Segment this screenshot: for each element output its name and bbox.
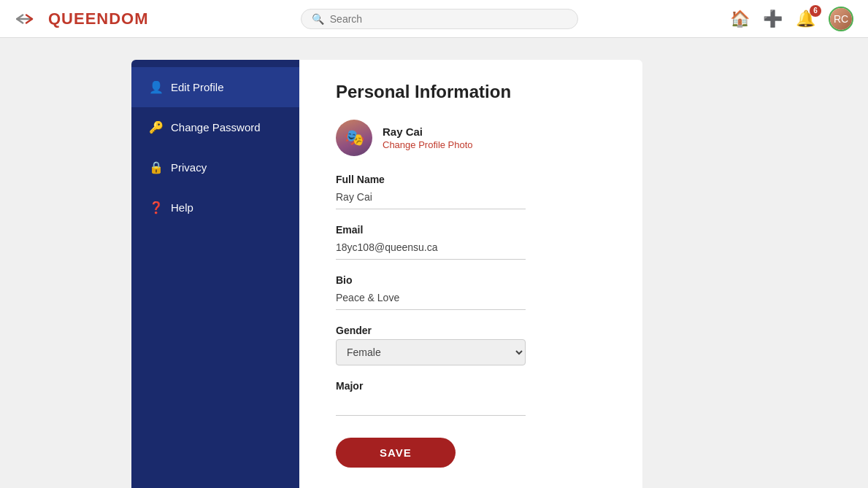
email-value: 18yc108@queensu.ca	[336, 239, 526, 260]
add-icon[interactable]: ➕	[763, 9, 783, 28]
sidebar-item-privacy[interactable]: 🔒 Privacy	[131, 147, 299, 187]
help-icon: ❓	[149, 201, 164, 214]
notification-icon[interactable]: 🔔 6	[796, 9, 815, 28]
search-wrapper: 🔍	[301, 9, 578, 29]
sidebar-item-label-help: Help	[171, 201, 193, 214]
home-icon[interactable]: 🏠	[730, 9, 750, 28]
sidebar-item-label-change-password: Change Password	[171, 121, 261, 133]
profile-picture: 🎭	[336, 120, 372, 156]
edit-panel: Personal Information 🎭 Ray Cai Change Pr…	[299, 60, 642, 488]
profile-name-group: Ray Cai Change Profile Photo	[383, 125, 473, 151]
gender-label: Gender	[336, 325, 613, 336]
brand-logo[interactable]: QUEENDOM	[15, 9, 149, 29]
major-input[interactable]	[336, 395, 526, 416]
navbar-icons: 🏠 ➕ 🔔 6 RC	[730, 7, 853, 31]
sidebar-item-help[interactable]: ❓ Help	[131, 187, 299, 228]
profile-row: 🎭 Ray Cai Change Profile Photo	[336, 120, 613, 156]
avatar-initials: RC	[830, 8, 852, 30]
email-group: Email 18yc108@queensu.ca	[336, 224, 613, 260]
full-name-group: Full Name Ray Cai	[336, 174, 613, 209]
major-group: Major	[336, 380, 613, 416]
email-label: Email	[336, 224, 613, 236]
full-name-value: Ray Cai	[336, 188, 526, 209]
navbar: QUEENDOM 🔍 🏠 ➕ 🔔 6 RC	[0, 0, 868, 38]
major-label: Major	[336, 380, 613, 392]
bio-group: Bio Peace & Love	[336, 274, 613, 310]
bio-value: Peace & Love	[336, 289, 526, 310]
profile-username: Ray Cai	[383, 125, 473, 138]
brand-text: QUEENDOM	[48, 9, 149, 28]
search-area: 🔍	[149, 9, 730, 29]
change-password-icon: 🔑	[149, 120, 164, 134]
change-photo-link[interactable]: Change Profile Photo	[383, 139, 473, 150]
full-name-label: Full Name	[336, 174, 613, 185]
sidebar-item-change-password[interactable]: 🔑 Change Password	[131, 107, 299, 147]
bio-label: Bio	[336, 274, 613, 286]
user-avatar[interactable]: RC	[829, 7, 853, 31]
notification-badge: 6	[810, 5, 821, 17]
gender-select[interactable]: Female Male Other Prefer not to say	[336, 339, 526, 365]
save-button[interactable]: SAVE	[336, 438, 456, 468]
panel-title: Personal Information	[336, 82, 613, 102]
search-input[interactable]	[330, 13, 567, 25]
sidebar-item-label-edit-profile: Edit Profile	[171, 81, 224, 93]
sidebar-item-edit-profile[interactable]: 👤 Edit Profile	[131, 67, 299, 107]
privacy-icon: 🔒	[149, 160, 164, 174]
gender-group: Gender Female Male Other Prefer not to s…	[336, 325, 613, 365]
sidebar: 👤 Edit Profile 🔑 Change Password 🔒 Priva…	[131, 60, 299, 488]
sidebar-item-label-privacy: Privacy	[171, 161, 207, 174]
edit-profile-icon: 👤	[149, 80, 164, 94]
profile-pic-inner: 🎭	[336, 120, 372, 156]
brand-arrow-icon	[15, 9, 44, 29]
main-content: 👤 Edit Profile 🔑 Change Password 🔒 Priva…	[0, 38, 868, 488]
search-icon: 🔍	[312, 13, 324, 25]
